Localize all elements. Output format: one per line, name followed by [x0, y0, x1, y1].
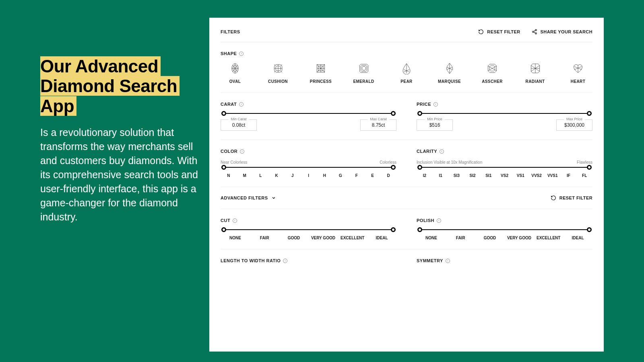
polish-label: POLISH: [417, 218, 434, 223]
info-icon[interactable]: i: [233, 218, 237, 223]
scale-tick: I2: [417, 173, 433, 178]
max-label: Max Carat: [367, 117, 389, 121]
advanced-filters-bar: ADVANCED FILTERS RESET FILTER: [221, 187, 592, 209]
scale-tick: E: [365, 173, 381, 178]
share-label: SHARE YOUR SEARCH: [541, 29, 592, 34]
carat-min-input[interactable]: Min Carat0.08ct: [221, 119, 257, 131]
clarity-label: CLARITY: [417, 149, 437, 154]
scale-tick: IDEAL: [563, 236, 592, 240]
max-value: $300,000: [562, 122, 586, 128]
shape-name: PEAR: [400, 79, 412, 84]
headline-line-2: Diamond Search App: [40, 76, 180, 115]
reset-filter-label: RESET FILTER: [559, 195, 592, 200]
shape-name: PRINCESS: [310, 79, 332, 84]
slider-handle-max[interactable]: [587, 227, 592, 232]
carat-max-input[interactable]: Max Carat8.75ct: [360, 119, 396, 131]
slider-handle-max[interactable]: [391, 165, 396, 170]
slider-handle-min[interactable]: [417, 165, 422, 170]
slider-handle-min[interactable]: [221, 227, 226, 232]
carat-filter: CARATi Min Carat0.08ct Max Carat8.75ct: [221, 102, 396, 131]
reset-filter-label: RESET FILTER: [487, 29, 520, 34]
chevron-down-icon: [271, 195, 276, 200]
slider-handle-max[interactable]: [587, 165, 592, 170]
clarity-scale: I2I1SI3SI2SI1VS2VS1VVS2VVS1IFFL: [417, 173, 592, 178]
min-value: $516: [423, 122, 447, 128]
shape-marquise[interactable]: MARQUISE: [435, 62, 464, 84]
oval-icon: [229, 62, 241, 74]
scale-tick: IF: [561, 173, 577, 178]
price-min-input[interactable]: Min Price$516: [417, 119, 453, 131]
cut-filter: CUTi NONEFAIRGOODVERY GOODEXCELLENTIDEAL: [221, 218, 396, 240]
slider-handle-min[interactable]: [221, 165, 226, 170]
scale-tick: I: [301, 173, 317, 178]
advanced-filters-toggle[interactable]: ADVANCED FILTERS: [221, 195, 276, 200]
price-slider[interactable]: [417, 113, 592, 114]
polish-filter: POLISHi NONEFAIRGOODVERY GOODEXCELLENTID…: [417, 218, 592, 240]
shape-asscher[interactable]: ASSCHER: [478, 62, 507, 84]
scale-tick: D: [380, 173, 396, 178]
scale-tick: K: [268, 173, 285, 178]
shape-name: EMERALD: [353, 79, 374, 84]
info-icon[interactable]: i: [440, 149, 444, 154]
shape-name: CUSHION: [268, 79, 288, 84]
cut-slider[interactable]: [221, 229, 396, 230]
shape-name: HEART: [571, 79, 585, 84]
carat-label: CARAT: [221, 102, 237, 107]
symmetry-label: SYMMETRY: [417, 258, 443, 263]
slider-handle-max[interactable]: [391, 111, 396, 116]
scale-tick: SI3: [448, 173, 464, 178]
shape-princess[interactable]: PRINCESS: [306, 62, 335, 84]
info-icon[interactable]: i: [283, 259, 287, 263]
min-label: Min Carat: [228, 117, 249, 121]
info-icon[interactable]: i: [239, 102, 244, 107]
scale-tick: FAIR: [250, 236, 279, 240]
scale-tick: VVS2: [528, 173, 545, 178]
color-label: COLOR: [221, 149, 237, 154]
price-filter: PRICEi Min Price$516 Max Price$300,000: [417, 102, 592, 131]
advanced-label: ADVANCED FILTERS: [221, 195, 268, 200]
reset-filter-advanced-button[interactable]: RESET FILTER: [551, 195, 592, 201]
clarity-slider[interactable]: [417, 167, 592, 168]
color-filter: COLORi Near ColorlessColorless NMLKJIHGF…: [221, 149, 396, 178]
carat-slider[interactable]: [221, 113, 396, 114]
scale-tick: IDEAL: [367, 236, 396, 240]
info-icon[interactable]: i: [433, 102, 438, 107]
slider-handle-min[interactable]: [417, 227, 422, 232]
scale-tick: FL: [576, 173, 592, 178]
shape-pear[interactable]: PEAR: [392, 62, 421, 84]
shape-radiant[interactable]: RADIANT: [521, 62, 550, 84]
shape-name: RADIANT: [526, 79, 545, 84]
cushion-icon: [272, 62, 284, 74]
shape-cushion[interactable]: CUSHION: [264, 62, 293, 84]
info-icon[interactable]: i: [239, 51, 244, 56]
scale-tick: N: [221, 173, 237, 178]
reset-filter-button[interactable]: RESET FILTER: [478, 29, 520, 35]
color-slider[interactable]: [221, 167, 396, 168]
price-label: PRICE: [417, 102, 431, 107]
slider-handle-min[interactable]: [221, 111, 226, 116]
share-button[interactable]: SHARE YOUR SEARCH: [532, 29, 592, 35]
shape-emerald[interactable]: EMERALD: [349, 62, 378, 84]
info-icon[interactable]: i: [240, 149, 244, 154]
cut-label: CUT: [221, 218, 230, 223]
scale-tick: SI2: [464, 173, 481, 178]
scale-tick: EXCELLENT: [534, 236, 563, 240]
scale-tick: I1: [433, 173, 449, 178]
filter-panel: FILTERS RESET FILTER SHARE YOUR SEARCH S…: [209, 18, 604, 352]
polish-scale: NONEFAIRGOODVERY GOODEXCELLENTIDEAL: [417, 236, 592, 240]
price-max-input[interactable]: Max Price$300,000: [556, 119, 592, 131]
slider-handle-min[interactable]: [417, 111, 422, 116]
min-label: Min Price: [425, 117, 445, 121]
info-icon[interactable]: i: [446, 259, 450, 263]
shape-oval[interactable]: OVAL: [221, 62, 250, 84]
topbar: FILTERS RESET FILTER SHARE YOUR SEARCH: [221, 29, 592, 42]
slider-handle-max[interactable]: [391, 227, 396, 232]
slider-handle-max[interactable]: [587, 111, 592, 116]
color-scale: NMLKJIHGFED: [221, 173, 396, 178]
scale-tick: VS1: [512, 173, 528, 178]
color-clarity-section: COLORi Near ColorlessColorless NMLKJIHGF…: [221, 140, 592, 187]
info-icon[interactable]: i: [437, 218, 441, 223]
polish-slider[interactable]: [417, 229, 592, 230]
cut-scale: NONEFAIRGOODVERY GOODEXCELLENTIDEAL: [221, 236, 396, 240]
shape-heart[interactable]: HEART: [564, 62, 592, 84]
